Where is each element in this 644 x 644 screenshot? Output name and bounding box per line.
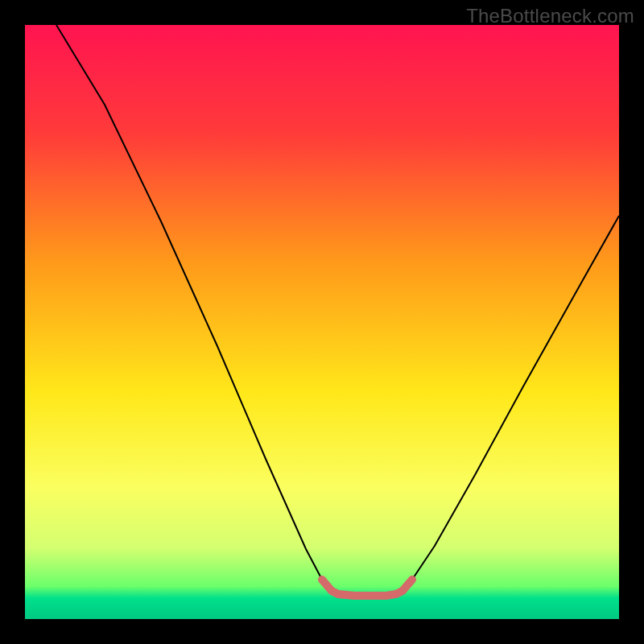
chart-svg xyxy=(0,0,644,644)
chart-frame: { "watermark": "TheBottleneck.com", "cha… xyxy=(0,0,644,644)
plot-background xyxy=(25,25,619,619)
watermark-text: TheBottleneck.com xyxy=(466,5,634,27)
